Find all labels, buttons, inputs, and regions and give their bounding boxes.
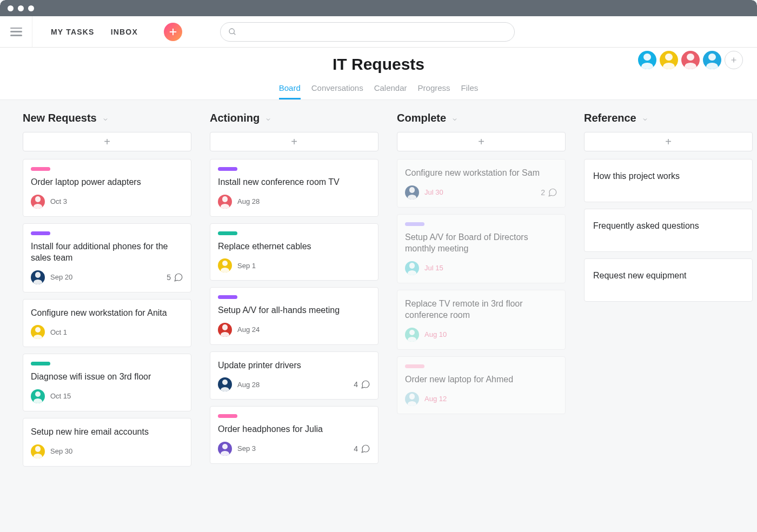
tab-calendar[interactable]: Calendar [374, 83, 407, 99]
avatar[interactable] [31, 325, 45, 339]
card-footer-left: Oct 1 [31, 325, 67, 339]
window-control-maximize[interactable] [28, 5, 34, 11]
comment-count[interactable]: 4 [354, 444, 370, 454]
avatar[interactable] [681, 51, 700, 69]
avatar[interactable] [31, 389, 45, 403]
avatar[interactable] [218, 377, 232, 391]
tab-board[interactable]: Board [279, 83, 301, 99]
task-card[interactable]: Setup A/V for all-hands meeting Aug 24 [210, 287, 378, 345]
card-footer: Jul 30 2 [405, 185, 557, 200]
nav-inbox[interactable]: INBOX [111, 28, 138, 36]
topbar: MY TASKS INBOX [0, 16, 757, 48]
avatar[interactable] [638, 51, 656, 69]
chevron-down-icon[interactable] [265, 115, 271, 122]
avatar[interactable] [660, 51, 678, 69]
card-title: Replace ethernet cables [218, 241, 370, 252]
task-card[interactable]: Order laptop power adapters Oct 3 [23, 159, 191, 217]
card-title: Configure new workstation for Anita [31, 307, 183, 319]
column: Actioning +Install new conference room T… [210, 112, 378, 470]
search-box[interactable] [220, 22, 515, 42]
nav-my-tasks[interactable]: MY TASKS [51, 28, 95, 36]
task-card[interactable]: Order headphones for Julia Sep 3 4 [210, 406, 378, 464]
search-icon [228, 28, 237, 36]
column-header: Actioning [210, 112, 378, 124]
due-date: Oct 15 [50, 392, 71, 400]
task-card[interactable]: Install new conference room TV Aug 28 [210, 159, 378, 217]
avatar[interactable] [218, 195, 232, 209]
comment-icon [548, 188, 557, 197]
task-card[interactable]: Replace TV remote in 3rd floor conferenc… [397, 290, 566, 350]
card-footer-left: Sep 20 [31, 270, 72, 284]
add-card-button[interactable]: + [584, 132, 753, 151]
chevron-down-icon[interactable] [102, 115, 109, 122]
card-footer: Aug 28 [218, 195, 370, 209]
task-card[interactable]: How this project works [584, 159, 753, 202]
card-footer-left: Sep 1 [218, 258, 256, 272]
chevron-down-icon[interactable] [451, 115, 458, 122]
due-date: Oct 1 [50, 328, 67, 336]
card-title: Frequently asked questions [593, 221, 699, 231]
task-card[interactable]: Diagnose wifi issue on 3rd floor Oct 15 [23, 354, 191, 411]
card-tag [31, 231, 50, 235]
card-tag [31, 167, 50, 171]
avatar[interactable] [31, 444, 45, 458]
plus-icon [730, 56, 738, 64]
avatar[interactable] [31, 270, 45, 284]
card-title: Setup new hire email accounts [31, 426, 183, 438]
card-title: Configure new workstation for Sam [405, 167, 557, 179]
task-card[interactable]: Update printer drivers Aug 28 4 [210, 351, 378, 400]
nav-links: MY TASKS INBOX [32, 23, 182, 41]
task-card[interactable]: Setup new hire email accounts Sep 30 [23, 418, 191, 467]
comment-count[interactable]: 4 [354, 380, 370, 389]
task-card[interactable]: Setup A/V for Board of Directors monthly… [397, 214, 566, 283]
window-chrome [0, 0, 757, 16]
add-member-button[interactable] [725, 51, 743, 69]
add-card-button[interactable]: + [210, 132, 378, 151]
avatar[interactable] [405, 185, 419, 200]
search-input[interactable] [241, 28, 507, 36]
avatar[interactable] [405, 261, 419, 275]
comment-count[interactable]: 2 [541, 188, 557, 197]
avatar[interactable] [218, 258, 232, 272]
card-footer: Aug 24 [218, 323, 370, 337]
add-card-button[interactable]: + [23, 132, 191, 151]
card-footer-left: Oct 3 [31, 195, 67, 209]
tab-conversations[interactable]: Conversations [311, 83, 363, 99]
svg-line-1 [234, 33, 235, 35]
task-card[interactable]: Order new laptop for Ahmed Aug 12 [397, 356, 566, 414]
task-card[interactable]: Replace ethernet cables Sep 1 [210, 223, 378, 281]
add-card-button[interactable]: + [397, 132, 566, 151]
search-wrap [182, 22, 757, 42]
card-title: Install four additional phones for the s… [31, 241, 183, 264]
card-tag [405, 222, 424, 226]
project-tabs: BoardConversationsCalendarProgressFiles [0, 83, 757, 99]
window-control-close[interactable] [8, 5, 14, 11]
card-footer: Oct 15 [31, 389, 183, 403]
task-card[interactable]: Configure new workstation for Anita Oct … [23, 299, 191, 348]
avatar[interactable] [218, 323, 232, 337]
avatar[interactable] [31, 195, 45, 209]
window-control-minimize[interactable] [18, 5, 24, 11]
comment-icon [361, 444, 370, 454]
task-card[interactable]: Frequently asked questions [584, 209, 753, 252]
avatar[interactable] [218, 442, 232, 456]
card-footer: Sep 30 [31, 444, 183, 458]
plus-icon [169, 28, 177, 36]
global-add-button[interactable] [164, 23, 182, 41]
comment-count[interactable]: 5 [167, 272, 183, 282]
card-footer-left: Aug 24 [218, 323, 260, 337]
card-footer-left: Sep 3 [218, 442, 256, 456]
chevron-down-icon[interactable] [642, 115, 648, 122]
card-footer-left: Aug 12 [405, 392, 447, 406]
avatar[interactable] [703, 51, 721, 69]
task-card[interactable]: Request new equipment [584, 258, 753, 302]
menu-icon[interactable] [10, 28, 22, 36]
card-tag [218, 231, 237, 235]
card-title: Replace TV remote in 3rd floor conferenc… [405, 298, 557, 321]
task-card[interactable]: Configure new workstation for Sam Jul 30… [397, 159, 566, 208]
avatar[interactable] [405, 328, 419, 342]
avatar[interactable] [405, 392, 419, 406]
tab-files[interactable]: Files [461, 83, 479, 99]
tab-progress[interactable]: Progress [418, 83, 450, 99]
task-card[interactable]: Install four additional phones for the s… [23, 223, 191, 292]
